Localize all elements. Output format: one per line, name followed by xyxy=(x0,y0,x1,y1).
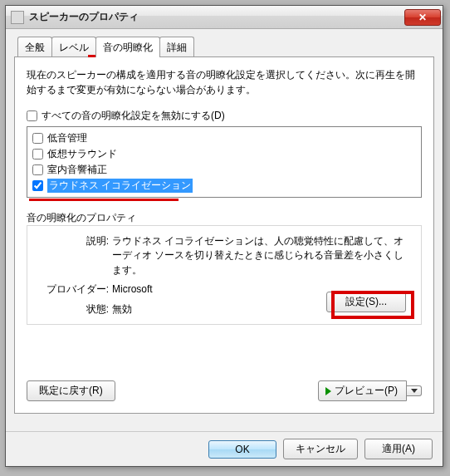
state-label: 状態: xyxy=(37,302,112,317)
desc-label: 説明: xyxy=(37,234,112,277)
disable-all-label: すべての音の明瞭化設定を無効にする(D) xyxy=(42,109,225,123)
checkbox-bass[interactable] xyxy=(32,133,43,144)
desc-value: ラウドネス イコライゼーションは、人の聴覚特性に配慮して、オーディオ ソースを切… xyxy=(112,234,411,277)
intro-text: 現在のスピーカーの構成を適用する音の明瞭化設定を選択してください。次に再生を開始… xyxy=(27,67,422,97)
item-label: ラウドネス イコライゼーション xyxy=(47,179,193,193)
item-label: 仮想サラウンド xyxy=(47,147,117,161)
dialog-footer: OK キャンセル 適用(A) xyxy=(6,431,443,466)
close-icon: ✕ xyxy=(418,12,427,23)
settings-button-label: 設定(S)... xyxy=(345,296,387,307)
apply-label: 適用(A) xyxy=(382,443,415,454)
list-item-bass[interactable]: 低音管理 xyxy=(32,130,416,146)
tab-advanced[interactable]: 詳細 xyxy=(159,37,194,57)
preview-dropdown-button[interactable] xyxy=(407,385,422,396)
properties-group-title: 音の明瞭化のプロパティ xyxy=(27,211,422,225)
play-icon xyxy=(325,387,331,395)
list-item-room[interactable]: 室内音響補正 xyxy=(32,162,416,178)
item-label: 低音管理 xyxy=(47,131,87,145)
preview-label: プレビュー(P) xyxy=(335,384,398,398)
speaker-icon xyxy=(11,11,24,24)
cancel-label: キャンセル xyxy=(296,443,345,454)
provider-label: プロバイダー: xyxy=(37,282,112,297)
cancel-button[interactable]: キャンセル xyxy=(283,439,358,459)
client-area: 全般 レベル 音の明瞭化 詳細 現在のスピーカーの構成を適用する音の明瞭化設定を… xyxy=(6,29,443,431)
restore-label: 既定に戻す(R) xyxy=(39,385,103,396)
apply-button[interactable]: 適用(A) xyxy=(364,439,433,459)
titlebar[interactable]: スピーカーのプロパティ ✕ xyxy=(6,6,443,29)
checkbox-loudness[interactable] xyxy=(32,180,43,191)
tab-label: 音の明瞭化 xyxy=(103,42,153,53)
chevron-down-icon xyxy=(411,389,418,393)
tab-general[interactable]: 全般 xyxy=(17,37,52,57)
close-button[interactable]: ✕ xyxy=(404,9,441,26)
item-label: 室内音響補正 xyxy=(47,163,107,177)
ok-button[interactable]: OK xyxy=(208,440,276,459)
checkbox-room[interactable] xyxy=(32,164,43,175)
enhancements-list[interactable]: 低音管理 仮想サラウンド 室内音響補正 ラウドネス イコライゼーション xyxy=(27,126,422,198)
disable-all-checkbox-row[interactable]: すべての音の明瞭化設定を無効にする(D) xyxy=(27,109,422,123)
prop-description: 説明: ラウドネス イコライゼーションは、人の聴覚特性に配慮して、オーディオ ソ… xyxy=(37,234,411,277)
ok-label: OK xyxy=(235,444,249,455)
checkbox-virtual[interactable] xyxy=(32,149,43,159)
preview-control: プレビュー(P) xyxy=(318,380,422,401)
highlight-underline xyxy=(29,199,179,201)
list-item-virtual[interactable]: 仮想サラウンド xyxy=(32,146,416,162)
disable-all-checkbox[interactable] xyxy=(27,110,37,121)
tab-enhancements[interactable]: 音の明瞭化 xyxy=(95,37,160,57)
tab-panel: 現在のスピーカーの構成を適用する音の明瞭化設定を選択してください。次に再生を開始… xyxy=(14,56,434,414)
dialog-window: スピーカーのプロパティ ✕ 全般 レベル 音の明瞭化 詳細 現在のスピーカーの構… xyxy=(5,5,443,467)
settings-button[interactable]: 設定(S)... xyxy=(326,292,406,312)
restore-defaults-button[interactable]: 既定に戻す(R) xyxy=(27,380,115,401)
window-title: スピーカーのプロパティ xyxy=(29,10,404,24)
preview-button[interactable]: プレビュー(P) xyxy=(318,380,407,401)
tab-label: 詳細 xyxy=(167,42,187,53)
tab-label: 全般 xyxy=(25,42,45,53)
properties-group: 説明: ラウドネス イコライゼーションは、人の聴覚特性に配慮して、オーディオ ソ… xyxy=(27,225,422,325)
list-item-loudness[interactable]: ラウドネス イコライゼーション xyxy=(32,178,416,194)
tab-strip: 全般 レベル 音の明瞭化 詳細 xyxy=(14,36,434,56)
tab-label: レベル xyxy=(59,42,89,53)
panel-bottom-row: 既定に戻す(R) プレビュー(P) xyxy=(15,372,433,401)
